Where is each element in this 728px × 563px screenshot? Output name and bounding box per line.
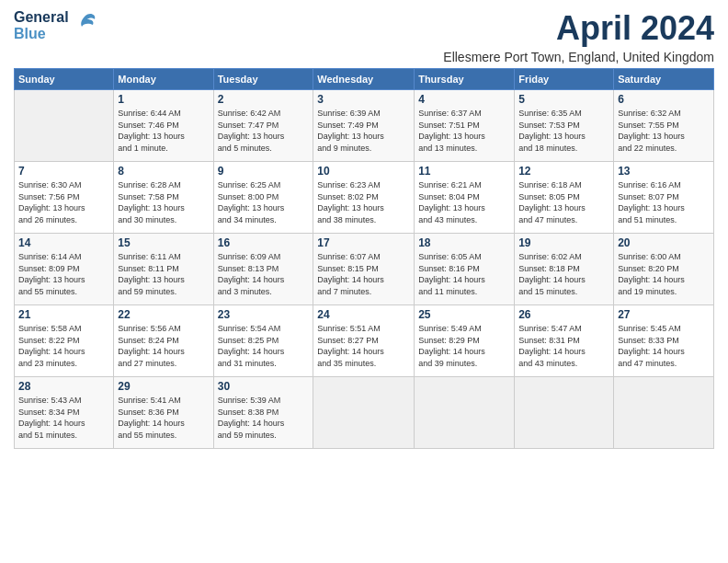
logo-bird-icon [73, 8, 98, 39]
calendar-cell: 25Sunrise: 5:49 AM Sunset: 8:29 PM Dayli… [415, 305, 515, 377]
calendar-cell: 27Sunrise: 5:45 AM Sunset: 8:33 PM Dayli… [614, 305, 714, 377]
calendar-cell: 21Sunrise: 5:58 AM Sunset: 8:22 PM Dayli… [15, 305, 114, 377]
calendar-cell: 4Sunrise: 6:37 AM Sunset: 7:51 PM Daylig… [415, 90, 515, 162]
day-info: Sunrise: 6:11 AM Sunset: 8:11 PM Dayligh… [118, 251, 209, 297]
day-number: 2 [218, 93, 310, 106]
day-number: 28 [18, 380, 109, 393]
day-info: Sunrise: 6:32 AM Sunset: 7:55 PM Dayligh… [618, 108, 710, 154]
logo: General Blue [14, 9, 98, 41]
day-number: 21 [18, 308, 109, 321]
day-info: Sunrise: 6:00 AM Sunset: 8:20 PM Dayligh… [618, 251, 710, 297]
calendar-cell: 13Sunrise: 6:16 AM Sunset: 8:07 PM Dayli… [614, 162, 714, 234]
day-info: Sunrise: 6:39 AM Sunset: 7:49 PM Dayligh… [317, 108, 410, 154]
day-number: 7 [18, 165, 109, 178]
day-number: 1 [118, 93, 209, 106]
calendar-cell: 10Sunrise: 6:23 AM Sunset: 8:02 PM Dayli… [313, 162, 415, 234]
day-info: Sunrise: 6:02 AM Sunset: 8:18 PM Dayligh… [518, 251, 609, 297]
calendar-cell: 19Sunrise: 6:02 AM Sunset: 8:18 PM Dayli… [515, 234, 614, 305]
day-number: 6 [618, 93, 710, 106]
calendar-week-row: 14Sunrise: 6:14 AM Sunset: 8:09 PM Dayli… [15, 234, 714, 305]
day-info: Sunrise: 6:25 AM Sunset: 8:00 PM Dayligh… [218, 179, 310, 225]
day-number: 25 [418, 308, 510, 321]
day-number: 27 [618, 308, 710, 321]
day-info: Sunrise: 6:44 AM Sunset: 7:46 PM Dayligh… [118, 108, 209, 154]
calendar-cell: 22Sunrise: 5:56 AM Sunset: 8:24 PM Dayli… [114, 305, 213, 377]
day-number: 23 [218, 308, 310, 321]
calendar-header-row: Sunday Monday Tuesday Wednesday Thursday… [15, 69, 714, 90]
col-thursday: Thursday [415, 69, 515, 90]
calendar-cell: 26Sunrise: 5:47 AM Sunset: 8:31 PM Dayli… [515, 305, 614, 377]
calendar-cell: 5Sunrise: 6:35 AM Sunset: 7:53 PM Daylig… [515, 90, 614, 162]
col-wednesday: Wednesday [313, 69, 415, 90]
calendar-cell [313, 377, 415, 449]
calendar-cell: 29Sunrise: 5:41 AM Sunset: 8:36 PM Dayli… [114, 377, 213, 449]
col-tuesday: Tuesday [213, 69, 313, 90]
day-info: Sunrise: 5:47 AM Sunset: 8:31 PM Dayligh… [518, 323, 609, 369]
calendar-cell: 2Sunrise: 6:42 AM Sunset: 7:47 PM Daylig… [213, 90, 313, 162]
day-info: Sunrise: 5:39 AM Sunset: 8:38 PM Dayligh… [218, 395, 310, 441]
day-info: Sunrise: 6:14 AM Sunset: 8:09 PM Dayligh… [18, 251, 109, 297]
day-info: Sunrise: 6:07 AM Sunset: 8:15 PM Dayligh… [317, 251, 410, 297]
day-number: 29 [118, 380, 209, 393]
calendar-cell: 23Sunrise: 5:54 AM Sunset: 8:25 PM Dayli… [213, 305, 313, 377]
calendar-cell: 11Sunrise: 6:21 AM Sunset: 8:04 PM Dayli… [415, 162, 515, 234]
calendar-cell [614, 377, 714, 449]
logo-blue: Blue [14, 26, 69, 42]
calendar-cell: 9Sunrise: 6:25 AM Sunset: 8:00 PM Daylig… [213, 162, 313, 234]
day-number: 26 [518, 308, 609, 321]
logo-general: General [14, 9, 69, 26]
calendar-cell: 8Sunrise: 6:28 AM Sunset: 7:58 PM Daylig… [114, 162, 213, 234]
title-section: April 2024 Ellesmere Port Town, England,… [443, 9, 714, 64]
day-number: 5 [518, 93, 609, 106]
calendar-cell [15, 90, 114, 162]
day-info: Sunrise: 6:05 AM Sunset: 8:16 PM Dayligh… [418, 251, 510, 297]
day-info: Sunrise: 6:09 AM Sunset: 8:13 PM Dayligh… [218, 251, 310, 297]
col-saturday: Saturday [614, 69, 714, 90]
calendar-cell: 24Sunrise: 5:51 AM Sunset: 8:27 PM Dayli… [313, 305, 415, 377]
day-number: 16 [218, 236, 310, 249]
day-number: 11 [418, 165, 510, 178]
calendar-cell: 12Sunrise: 6:18 AM Sunset: 8:05 PM Dayli… [515, 162, 614, 234]
calendar-cell: 6Sunrise: 6:32 AM Sunset: 7:55 PM Daylig… [614, 90, 714, 162]
day-info: Sunrise: 6:23 AM Sunset: 8:02 PM Dayligh… [317, 179, 410, 225]
location: Ellesmere Port Town, England, United Kin… [443, 50, 714, 64]
calendar-cell: 15Sunrise: 6:11 AM Sunset: 8:11 PM Dayli… [114, 234, 213, 305]
day-info: Sunrise: 6:42 AM Sunset: 7:47 PM Dayligh… [218, 108, 310, 154]
day-info: Sunrise: 6:16 AM Sunset: 8:07 PM Dayligh… [618, 179, 710, 225]
day-number: 17 [317, 236, 410, 249]
calendar-cell [415, 377, 515, 449]
calendar-cell: 14Sunrise: 6:14 AM Sunset: 8:09 PM Dayli… [15, 234, 114, 305]
day-number: 9 [218, 165, 310, 178]
day-number: 15 [118, 236, 209, 249]
calendar-cell: 20Sunrise: 6:00 AM Sunset: 8:20 PM Dayli… [614, 234, 714, 305]
col-monday: Monday [114, 69, 213, 90]
calendar-week-row: 7Sunrise: 6:30 AM Sunset: 7:56 PM Daylig… [15, 162, 714, 234]
day-info: Sunrise: 5:45 AM Sunset: 8:33 PM Dayligh… [618, 323, 710, 369]
day-number: 18 [418, 236, 510, 249]
day-info: Sunrise: 5:58 AM Sunset: 8:22 PM Dayligh… [18, 323, 109, 369]
day-number: 12 [518, 165, 609, 178]
col-sunday: Sunday [15, 69, 114, 90]
col-friday: Friday [515, 69, 614, 90]
day-number: 8 [118, 165, 209, 178]
calendar-week-row: 21Sunrise: 5:58 AM Sunset: 8:22 PM Dayli… [15, 305, 714, 377]
day-info: Sunrise: 6:18 AM Sunset: 8:05 PM Dayligh… [518, 179, 609, 225]
calendar-cell: 1Sunrise: 6:44 AM Sunset: 7:46 PM Daylig… [114, 90, 213, 162]
calendar-week-row: 1Sunrise: 6:44 AM Sunset: 7:46 PM Daylig… [15, 90, 714, 162]
day-number: 3 [317, 93, 410, 106]
day-number: 13 [618, 165, 710, 178]
day-info: Sunrise: 5:43 AM Sunset: 8:34 PM Dayligh… [18, 395, 109, 441]
day-number: 10 [317, 165, 410, 178]
calendar-cell: 28Sunrise: 5:43 AM Sunset: 8:34 PM Dayli… [15, 377, 114, 449]
calendar-cell: 3Sunrise: 6:39 AM Sunset: 7:49 PM Daylig… [313, 90, 415, 162]
day-info: Sunrise: 6:37 AM Sunset: 7:51 PM Dayligh… [418, 108, 510, 154]
month-title: April 2024 [443, 9, 714, 48]
calendar: Sunday Monday Tuesday Wednesday Thursday… [14, 68, 714, 449]
day-info: Sunrise: 5:49 AM Sunset: 8:29 PM Dayligh… [418, 323, 510, 369]
calendar-cell: 7Sunrise: 6:30 AM Sunset: 7:56 PM Daylig… [15, 162, 114, 234]
day-info: Sunrise: 6:21 AM Sunset: 8:04 PM Dayligh… [418, 179, 510, 225]
day-number: 24 [317, 308, 410, 321]
day-info: Sunrise: 5:56 AM Sunset: 8:24 PM Dayligh… [118, 323, 209, 369]
day-number: 30 [218, 380, 310, 393]
day-info: Sunrise: 5:54 AM Sunset: 8:25 PM Dayligh… [218, 323, 310, 369]
